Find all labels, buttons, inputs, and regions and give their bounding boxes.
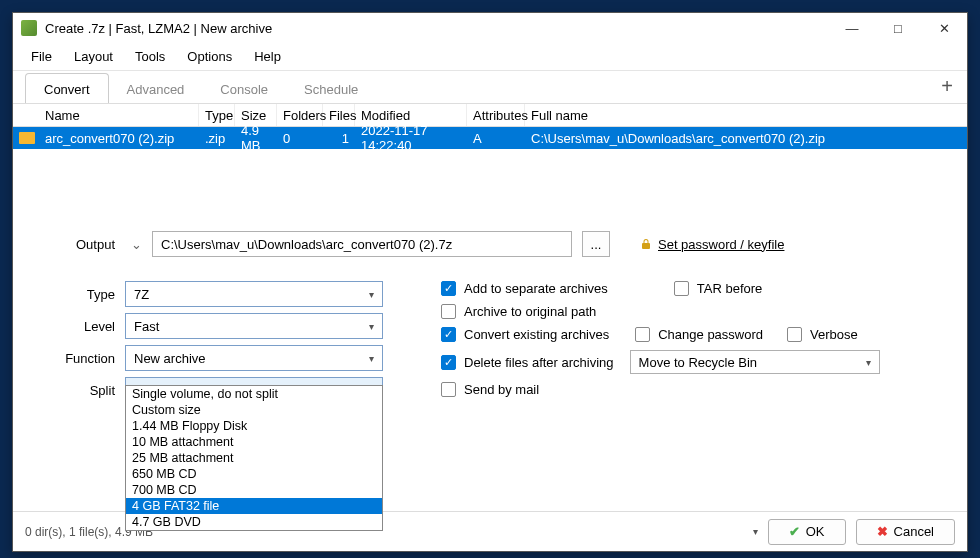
menu-tools[interactable]: Tools [125,45,175,68]
type-label: Type [31,287,115,302]
chk-change-pw[interactable] [635,327,650,342]
col-files[interactable]: Files [323,104,355,126]
menu-layout[interactable]: Layout [64,45,123,68]
col-name[interactable]: Name [39,104,199,126]
output-row: Output ⌄ ... Set password / keyfile [31,231,949,257]
cancel-button[interactable]: ✖Cancel [856,519,955,545]
lock-icon [640,237,652,251]
cell-size: 4.9 MB [235,123,277,153]
cell-fullname: C:\Users\mav_u\Downloads\arc_convert070 … [525,131,967,146]
split-opt-650cd[interactable]: 650 MB CD [126,466,382,482]
tab-console[interactable]: Console [202,74,286,103]
split-dropdown-list: Single volume, do not split Custom size … [125,385,383,531]
chk-verbose[interactable] [787,327,802,342]
status-buttons: ▾ ✔OK ✖Cancel [753,519,955,545]
chk-tar-before[interactable] [674,281,689,296]
app-icon [21,20,37,36]
col-folders[interactable]: Folders [277,104,323,126]
chevron-down-icon: ▾ [369,353,374,364]
right-options: ✓Add to separate archives TAR before Arc… [441,281,949,403]
tab-convert[interactable]: Convert [25,73,109,103]
table-row[interactable]: arc_convert070 (2).zip .zip 4.9 MB 0 1 2… [13,127,967,149]
chk-add-separate[interactable]: ✓ [441,281,456,296]
level-label: Level [31,319,115,334]
browse-button[interactable]: ... [582,231,610,257]
col-type[interactable]: Type [199,104,235,126]
file-list-area: Name Type Size Folders Files Modified At… [13,103,967,213]
chevron-down-icon[interactable]: ▾ [753,526,758,537]
maximize-button[interactable]: □ [875,13,921,43]
main-window: Create .7z | Fast, LZMA2 | New archive ―… [12,12,968,552]
settings-panel: Output ⌄ ... Set password / keyfile Type… [13,213,967,511]
output-chevron-icon[interactable]: ⌄ [131,237,142,252]
split-opt-floppy[interactable]: 1.44 MB Floppy Disk [126,418,382,434]
col-attributes[interactable]: Attributes [467,104,525,126]
function-dropdown[interactable]: New archive▾ [125,345,383,371]
chk-archive-orig[interactable] [441,304,456,319]
split-opt-dvd[interactable]: 4.7 GB DVD [126,514,382,530]
cell-name: arc_convert070 (2).zip [39,131,199,146]
split-opt-4gb[interactable]: 4 GB FAT32 file [126,498,382,514]
chevron-down-icon: ▾ [369,289,374,300]
cell-type: .zip [199,131,235,146]
window-title: Create .7z | Fast, LZMA2 | New archive [45,21,829,36]
pw-label: Set password / keyfile [658,237,784,252]
split-opt-700cd[interactable]: 700 MB CD [126,482,382,498]
menu-file[interactable]: File [21,45,62,68]
level-dropdown[interactable]: Fast▾ [125,313,383,339]
output-label: Output [31,237,115,252]
cell-attributes: A [467,131,525,146]
recycle-dropdown[interactable]: Move to Recycle Bin▾ [630,350,880,374]
file-list-header: Name Type Size Folders Files Modified At… [13,103,967,127]
split-opt-single[interactable]: Single volume, do not split [126,386,382,402]
cell-modified: 2022-11-17 14:22:40 [355,123,467,153]
tab-advanced[interactable]: Advanced [109,74,203,103]
archive-icon [19,132,35,144]
row-add-separate: ✓Add to separate archives TAR before [441,281,949,296]
function-label: Function [31,351,115,366]
chk-delete-after[interactable]: ✓ [441,355,456,370]
col-fullname[interactable]: Full name [525,104,967,126]
split-opt-10mb[interactable]: 10 MB attachment [126,434,382,450]
row-send-mail: Send by mail [441,382,949,397]
chevron-down-icon: ▾ [866,357,871,368]
row-convert-existing: ✓Convert existing archives Change passwo… [441,327,949,342]
check-icon: ✔ [789,524,800,539]
x-icon: ✖ [877,524,888,539]
cell-folders: 0 [277,131,323,146]
ok-button[interactable]: ✔OK [768,519,846,545]
close-button[interactable]: ✕ [921,13,967,43]
row-archive-orig: Archive to original path [441,304,949,319]
minimize-button[interactable]: ― [829,13,875,43]
menu-help[interactable]: Help [244,45,291,68]
titlebar: Create .7z | Fast, LZMA2 | New archive ―… [13,13,967,43]
menu-options[interactable]: Options [177,45,242,68]
chk-send-mail[interactable] [441,382,456,397]
output-path-input[interactable] [152,231,572,257]
set-password-link[interactable]: Set password / keyfile [640,237,784,252]
split-opt-custom[interactable]: Custom size [126,402,382,418]
chk-convert-existing[interactable]: ✓ [441,327,456,342]
type-dropdown[interactable]: 7Z▾ [125,281,383,307]
split-opt-25mb[interactable]: 25 MB attachment [126,450,382,466]
cell-files: 1 [323,131,355,146]
tabbar: Convert Advanced Console Schedule + [13,71,967,103]
menubar: File Layout Tools Options Help [13,43,967,71]
add-tab-button[interactable]: + [941,75,953,98]
split-label: Split [31,383,115,398]
row-delete-after: ✓Delete files after archiving Move to Re… [441,350,949,374]
tab-schedule[interactable]: Schedule [286,74,376,103]
chevron-down-icon: ▾ [369,321,374,332]
